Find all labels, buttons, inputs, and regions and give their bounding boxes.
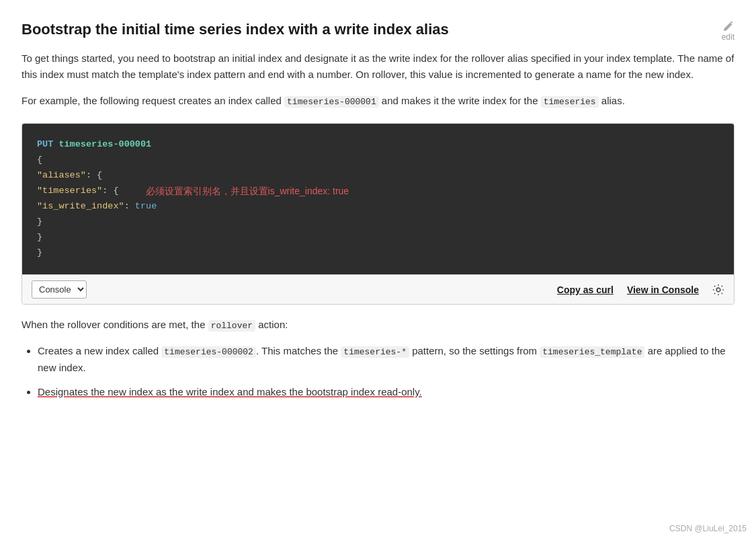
console-select[interactable]: Console	[32, 280, 87, 299]
alias-code: timeseries	[541, 96, 599, 108]
code-line-2: {	[37, 153, 719, 168]
intro-paragraph: To get things started, you need to boots…	[22, 50, 734, 84]
code-block-wrapper: PUT timeseries-000001 { "aliases": { "ti…	[22, 123, 734, 305]
bullet-item-1: Creates a new index called timeseries-00…	[38, 343, 734, 377]
pencil-icon	[722, 22, 733, 32]
page-title: Bootstrap the initial time series index …	[22, 20, 734, 40]
example-paragraph: For example, the following request creat…	[22, 93, 734, 110]
view-in-console-button[interactable]: View in Console	[627, 284, 699, 295]
bullet1-code3: timeseries_template	[540, 346, 644, 358]
code-annotation: 必须设置索引别名，并且设置is_write_index: true	[146, 184, 349, 200]
edit-button[interactable]: edit	[722, 22, 734, 42]
code-line-5: "is_write_index": true	[37, 199, 719, 215]
bullet1-code1: timeseries-000002	[161, 346, 256, 358]
rollover-code: rollover	[208, 320, 255, 332]
code-line-4: "timeseries": { 必须设置索引别名，并且设置is_write_in…	[37, 184, 719, 200]
code-line-1: PUT timeseries-000001	[37, 137, 719, 153]
code-line-6: }	[37, 215, 719, 230]
edit-label: edit	[722, 32, 734, 42]
rollover-paragraph: When the rollover conditions are met, th…	[22, 317, 734, 334]
code-line-7: }	[37, 230, 719, 245]
bullet-list: Creates a new index called timeseries-00…	[22, 343, 734, 401]
bullet2-text: Designates the new index as the write in…	[38, 386, 422, 397]
code-toolbar: Console Copy as curl View in Console	[22, 274, 734, 304]
toolbar-right: Copy as curl View in Console	[557, 284, 724, 296]
example-index-code: timeseries-000001	[284, 96, 379, 108]
settings-icon[interactable]	[712, 284, 724, 296]
copy-as-curl-button[interactable]: Copy as curl	[557, 284, 614, 295]
code-line-8: }	[37, 245, 719, 261]
bullet1-code2: timeseries-*	[341, 346, 409, 358]
code-line-3: "aliases": {	[37, 168, 719, 184]
code-area: PUT timeseries-000001 { "aliases": { "ti…	[22, 124, 734, 274]
svg-point-0	[716, 288, 720, 292]
bullet-item-2: Designates the new index as the write in…	[38, 384, 734, 401]
